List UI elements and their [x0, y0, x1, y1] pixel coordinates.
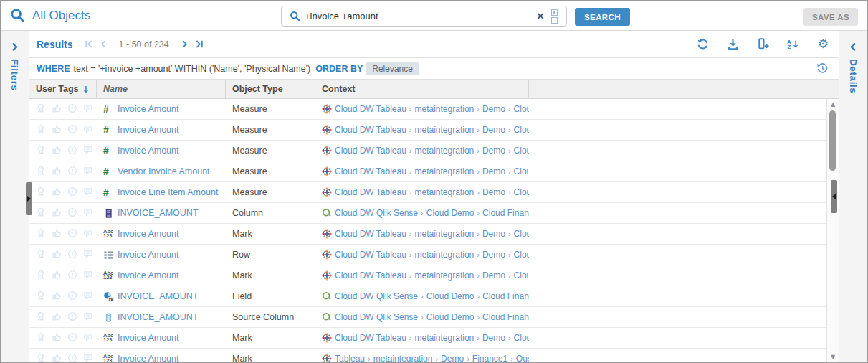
- warning-icon[interactable]: [67, 228, 77, 240]
- endorsement-icon[interactable]: [52, 311, 62, 324]
- add-column-icon[interactable]: [757, 38, 769, 50]
- endorsement-icon[interactable]: [52, 166, 62, 178]
- context-breadcrumb-link[interactable]: Cloud-Fi: [514, 125, 529, 135]
- certification-icon[interactable]: [36, 353, 46, 363]
- table-row[interactable]: Abc123Invoice AmountMarkCloud DW Tableau…: [29, 224, 826, 245]
- context-breadcrumb-link[interactable]: Cloud Demo: [426, 291, 474, 301]
- context-breadcrumb-link[interactable]: Cloud-Fi: [514, 333, 529, 343]
- table-row[interactable]: #Invoice AmountMeasureCloud DW Tableau›m…: [29, 141, 826, 161]
- clear-search-icon[interactable]: ×: [533, 10, 548, 22]
- endorsement-icon[interactable]: [52, 291, 62, 303]
- table-row[interactable]: Abc123Invoice AmountMarkCloud DW Tableau…: [29, 328, 826, 349]
- table-row[interactable]: Abc123Invoice AmountMarkCloud DW Tableau…: [29, 265, 826, 286]
- comment-icon[interactable]: [83, 103, 93, 116]
- certification-icon[interactable]: [36, 124, 46, 136]
- comment-icon[interactable]: [83, 270, 93, 282]
- table-row[interactable]: INVOICE_AMOUNTSource ColumnCloud DW Qlik…: [29, 307, 826, 328]
- context-breadcrumb-link[interactable]: Cloud DW Qlik Sense: [335, 312, 418, 322]
- context-breadcrumb-link[interactable]: metaintegration: [415, 146, 474, 156]
- comment-icon[interactable]: [83, 353, 93, 363]
- warning-icon[interactable]: [67, 124, 77, 136]
- table-row[interactable]: #Invoice Line Item AmountMeasureCloud DW…: [29, 182, 826, 203]
- endorsement-icon[interactable]: [52, 207, 62, 220]
- vertical-scrollbar[interactable]: ▲ ▼: [826, 99, 839, 362]
- context-breadcrumb-link[interactable]: Cloud DW Tableau: [335, 270, 406, 280]
- context-breadcrumb-link[interactable]: Oustan: [516, 354, 529, 363]
- search-history-icon[interactable]: [816, 62, 829, 75]
- endorsement-icon[interactable]: [52, 124, 62, 136]
- context-breadcrumb-link[interactable]: Demo: [482, 270, 505, 280]
- comment-icon[interactable]: [83, 228, 93, 240]
- sort-icon[interactable]: AZ↓: [787, 39, 800, 50]
- context-breadcrumb-link[interactable]: Cloud-Fi: [514, 187, 529, 197]
- context-breadcrumb-link[interactable]: Cloud DW Tableau: [335, 166, 406, 176]
- context-breadcrumb-link[interactable]: Cloud DW Tableau: [335, 146, 406, 156]
- scroll-up-icon[interactable]: ▲: [827, 101, 839, 108]
- certification-icon[interactable]: [36, 207, 46, 220]
- context-breadcrumb-link[interactable]: Demo: [482, 125, 505, 135]
- column-header-object-type[interactable]: Object Type: [226, 80, 315, 98]
- certification-icon[interactable]: [36, 270, 46, 282]
- warning-icon[interactable]: [67, 103, 77, 116]
- context-breadcrumb-link[interactable]: Cloud DW Qlik Sense: [335, 291, 418, 301]
- context-breadcrumb-link[interactable]: metaintegration: [415, 187, 474, 197]
- context-breadcrumb-link[interactable]: Cloud-Fi: [514, 146, 529, 156]
- comment-icon[interactable]: [83, 311, 93, 324]
- context-breadcrumb-link[interactable]: metaintegration: [373, 354, 433, 363]
- endorsement-icon[interactable]: [52, 353, 62, 363]
- context-breadcrumb-link[interactable]: Cloud Finance3: [482, 208, 529, 218]
- object-name-link[interactable]: Vendor Invoice Amount: [118, 166, 210, 176]
- context-breadcrumb-link[interactable]: Demo: [482, 229, 505, 239]
- refresh-icon[interactable]: [697, 38, 709, 50]
- context-breadcrumb-link[interactable]: Cloud DW Tableau: [335, 333, 406, 343]
- object-name-link[interactable]: Invoice Amount: [118, 125, 178, 135]
- certification-icon[interactable]: [36, 187, 46, 199]
- warning-icon[interactable]: [67, 270, 77, 282]
- context-breadcrumb-link[interactable]: Demo: [441, 354, 464, 363]
- context-breadcrumb-link[interactable]: Cloud DW Tableau: [335, 250, 406, 260]
- table-row[interactable]: Invoice AmountRowCloud DW Tableau›metain…: [29, 245, 826, 265]
- table-row[interactable]: #Invoice AmountMeasureCloud DW Tableau›m…: [29, 120, 826, 141]
- object-name-link[interactable]: Invoice Amount: [118, 270, 178, 280]
- filters-expand-handle[interactable]: [26, 182, 32, 215]
- order-by-value-chip[interactable]: Relevance: [366, 62, 419, 75]
- expand-filters-chevron-icon[interactable]: [10, 42, 19, 52]
- comment-icon[interactable]: [83, 166, 93, 178]
- certification-icon[interactable]: [36, 103, 46, 116]
- context-breadcrumb-link[interactable]: Demo: [482, 187, 505, 197]
- context-breadcrumb-link[interactable]: Demo: [482, 166, 505, 176]
- table-row[interactable]: #Invoice AmountMeasureCloud DW Tableau›m…: [29, 99, 826, 120]
- expand-details-chevron-icon[interactable]: [849, 42, 858, 52]
- warning-icon[interactable]: [67, 249, 77, 261]
- comment-icon[interactable]: [83, 207, 93, 220]
- column-header-context[interactable]: Context: [315, 80, 529, 98]
- endorsement-icon[interactable]: [52, 187, 62, 199]
- next-page-icon[interactable]: [179, 39, 190, 50]
- endorsement-icon[interactable]: [52, 249, 62, 261]
- context-breadcrumb-link[interactable]: Demo: [482, 104, 505, 114]
- scroll-down-icon[interactable]: ▼: [827, 354, 839, 360]
- comment-icon[interactable]: [83, 124, 93, 136]
- context-breadcrumb-link[interactable]: metaintegration: [415, 333, 474, 343]
- context-breadcrumb-link[interactable]: metaintegration: [415, 166, 474, 176]
- table-row[interactable]: INVOICE_AMOUNTColumnCloud DW Qlik Sense›…: [29, 203, 826, 224]
- table-row[interactable]: Abc123Invoice AmountMarkTableau›metainte…: [29, 349, 826, 363]
- endorsement-icon[interactable]: [52, 103, 62, 116]
- endorsement-icon[interactable]: [52, 270, 62, 282]
- object-name-link[interactable]: Invoice Amount: [118, 104, 178, 114]
- context-breadcrumb-link[interactable]: metaintegration: [415, 270, 474, 280]
- context-breadcrumb-link[interactable]: Cloud-Fi: [514, 250, 529, 260]
- context-breadcrumb-link[interactable]: Demo: [482, 146, 505, 156]
- column-header-name[interactable]: Name: [97, 80, 226, 98]
- context-breadcrumb-link[interactable]: Tableau: [335, 354, 365, 363]
- details-panel-collapsed[interactable]: Details: [839, 31, 867, 362]
- export-icon[interactable]: [727, 38, 739, 50]
- search-input[interactable]: [305, 11, 533, 22]
- warning-icon[interactable]: [67, 187, 77, 199]
- object-name-link[interactable]: INVOICE_AMOUNT: [118, 208, 199, 218]
- context-breadcrumb-link[interactable]: Cloud Demo: [426, 208, 474, 218]
- warning-icon[interactable]: [67, 353, 77, 363]
- context-breadcrumb-link[interactable]: Cloud-Fi: [514, 229, 529, 239]
- object-name-link[interactable]: INVOICE_AMOUNT: [118, 312, 199, 322]
- endorsement-icon[interactable]: [52, 332, 62, 344]
